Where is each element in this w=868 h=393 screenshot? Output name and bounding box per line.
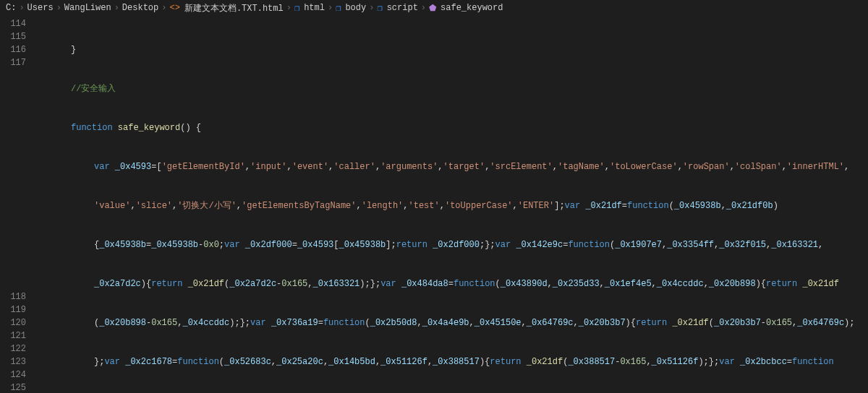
crumb-script[interactable]: script — [387, 3, 418, 13]
brace-icon: ❐ — [377, 3, 382, 14]
line-number: 121 — [0, 329, 26, 342]
editor-area[interactable]: 114 115 116 117 118 119 120 121 122 123 … — [0, 16, 868, 393]
crumb-file[interactable]: 新建文本文档.TXT.html — [184, 2, 284, 14]
code-line[interactable]: (_0x20b898-0x165,_0x4ccddc);};var _0x736… — [36, 316, 868, 329]
code-file-icon: <> — [169, 3, 179, 13]
brace-icon: ❐ — [336, 3, 341, 14]
code-line[interactable]: 'value','slice','切换大/小写','getElementsByT… — [36, 199, 868, 212]
code-line[interactable]: {_0x45938b=_0x45938b-0x0;var _0x2df000=_… — [36, 238, 868, 251]
chevron-right-icon: › — [19, 3, 24, 13]
line-number: 125 — [0, 381, 26, 393]
line-number: 115 — [0, 30, 26, 43]
crumb-users[interactable]: Users — [27, 3, 54, 13]
line-number: 118 — [0, 290, 26, 303]
cube-icon: ⬟ — [429, 3, 436, 14]
crumb-body[interactable]: body — [345, 3, 366, 13]
line-number: 120 — [0, 316, 26, 329]
line-number: 123 — [0, 355, 26, 368]
crumb-safe-keyword[interactable]: safe_keyword — [441, 3, 503, 13]
line-number: 119 — [0, 303, 26, 316]
chevron-right-icon: › — [114, 3, 119, 13]
crumb-wangliwen[interactable]: WangLiwen — [64, 3, 111, 13]
code-content[interactable]: } //安全输入 function safe_keyword() { var _… — [36, 16, 868, 393]
code-line[interactable]: };var _0x2c1678=function(_0x52683c,_0x25… — [36, 355, 868, 368]
chevron-right-icon: › — [161, 3, 166, 13]
code-line[interactable]: _0x2a7d2c){return _0x21df(_0x2a7d2c-0x16… — [36, 277, 868, 290]
line-number: 124 — [0, 368, 26, 381]
crumb-desktop[interactable]: Desktop — [122, 3, 158, 13]
line-number: 116 — [0, 43, 26, 56]
code-line[interactable]: var _0x4593=['getElementById','input','e… — [36, 160, 868, 173]
line-number-gutter: 114 115 116 117 118 119 120 121 122 123 … — [0, 16, 36, 393]
brace-icon: ❐ — [294, 3, 299, 14]
code-line[interactable]: } — [36, 43, 868, 56]
breadcrumb: C: › Users › WangLiwen › Desktop › <> 新建… — [0, 0, 868, 16]
chevron-right-icon: › — [369, 3, 374, 13]
chevron-right-icon: › — [328, 3, 333, 13]
line-number: 122 — [0, 342, 26, 355]
code-line[interactable]: //安全输入 — [36, 82, 868, 95]
line-number: 117 — [0, 56, 26, 69]
chevron-right-icon: › — [56, 3, 61, 13]
chevron-right-icon: › — [421, 3, 426, 13]
crumb-c[interactable]: C: — [6, 3, 16, 13]
chevron-right-icon: › — [286, 3, 292, 13]
line-number: 114 — [0, 17, 26, 30]
crumb-html[interactable]: html — [304, 3, 325, 13]
code-line[interactable]: function safe_keyword() { — [36, 121, 868, 134]
